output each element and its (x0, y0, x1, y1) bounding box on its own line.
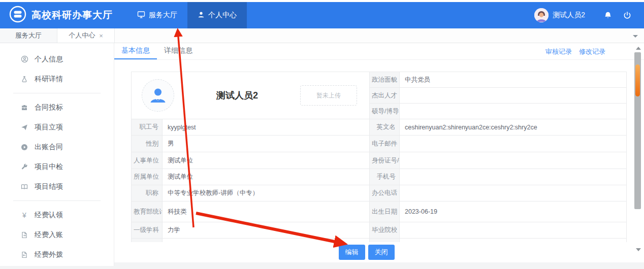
record-links: 审核记录 修改记录 (545, 43, 605, 60)
sidebar-divider (13, 93, 101, 93)
field-label: 政治面貌 (370, 72, 400, 88)
main-content: 基本信息 详细信息 审核记录 修改记录 (114, 43, 644, 269)
user-icon (198, 11, 205, 20)
field-label: 电子邮件 (370, 136, 400, 152)
bell-icon[interactable] (598, 11, 618, 20)
field-value: ceshirenyuan2:shirenyuan2ce:ceshry2:shry… (400, 119, 627, 136)
field-value (400, 169, 627, 185)
field-label: 硕导/博导 (370, 104, 400, 119)
user-menu[interactable]: 测试人员2 (534, 8, 585, 22)
inner-scrollbar-thumb[interactable] (635, 64, 640, 96)
field-label: 办公电话 (370, 185, 400, 201)
window-tab-label: 个人中心 (69, 31, 95, 40)
field-value: 科技类 (163, 201, 370, 222)
sidebar-item-project-completion[interactable]: 项目结项 (0, 177, 114, 196)
brand: 高校科研办事大厅 (0, 6, 113, 25)
field-label: 一级学科 (132, 222, 163, 239)
audit-record-link[interactable]: 审核记录 (545, 47, 572, 56)
field-value (400, 104, 627, 119)
sidebar-item-contract-bidding[interactable]: 合同投标 (0, 97, 114, 117)
sidebar-item-label: 出账合同 (35, 143, 63, 152)
user-name: 测试人员2 (553, 11, 585, 20)
sidebar-item-label: 项目立项 (35, 123, 63, 132)
field-value: 2023-06-19 (400, 201, 627, 222)
footer-strip-full (0, 266, 644, 269)
scrollbar-up-arrow-icon[interactable] (636, 47, 641, 50)
wrench-icon (20, 163, 28, 171)
profile-name: 测试人员2 (174, 89, 300, 102)
sidebar-item-research-detail[interactable]: 科研详情 (0, 69, 114, 89)
nav-item-label: 个人中心 (208, 11, 237, 20)
sidebar-item-label: 合同投标 (35, 103, 63, 112)
profile-avatar (142, 79, 174, 112)
field-value: 测试单位 (163, 169, 370, 185)
field-value: 博士 (163, 239, 370, 243)
nav-item-service-hall[interactable]: 服务大厅 (127, 2, 187, 28)
flask-icon (20, 76, 28, 83)
scrollbar-down-arrow-icon[interactable] (636, 248, 641, 251)
monitor-icon (137, 11, 145, 20)
sidebar-item-funds-income[interactable]: 经费入账 (0, 225, 114, 245)
field-label: 身份证号/护照号 (370, 152, 400, 169)
field-value: 力学 (163, 222, 370, 239)
field-value (400, 88, 627, 104)
field-value (400, 152, 627, 169)
window-tab-service-hall[interactable]: 服务大厅 (0, 28, 57, 43)
profile-table: 测试人员2 暂未上传 政治面貌 中共党员 杰出人才 硕导/博导 (131, 72, 627, 242)
field-label: 出生日期 (370, 201, 400, 222)
field-label: 所属单位 (132, 169, 163, 185)
field-value: 测试单位 (163, 152, 370, 169)
action-button-bar: 编辑 关闭 (114, 242, 634, 262)
form-scroll-viewport[interactable]: 测试人员2 暂未上传 政治面貌 中共党员 杰出人才 硕导/博导 (114, 60, 634, 242)
sidebar-item-label: 项目中检 (35, 162, 63, 172)
avatar (534, 8, 549, 22)
close-button[interactable]: 关闭 (368, 245, 395, 260)
app-logo-icon (9, 6, 26, 25)
window-tab-personal-center[interactable]: 个人中心 × (57, 28, 115, 43)
tab-basic-info[interactable]: 基本信息 (114, 43, 157, 59)
app-root: 高校科研办事大厅 服务大厅 个人中心 测试人员2 (0, 0, 644, 269)
field-label: 职称 (132, 185, 163, 201)
open-book-icon (20, 183, 28, 190)
window-tab-label: 服务大厅 (15, 31, 42, 40)
nav-item-personal-center[interactable]: 个人中心 (187, 2, 247, 28)
sidebar-item-funds-claim[interactable]: ¥ 经费认领 (0, 205, 114, 225)
sidebar-item-funds-outward[interactable]: 经费外拨 (0, 245, 114, 264)
sidebar-item-personal-info[interactable]: 个人信息 (0, 49, 114, 69)
field-value: 中等专业学校教师-讲师（中专） (163, 185, 370, 201)
signature-upload-placeholder[interactable]: 暂未上传 (300, 85, 357, 106)
sidebar-item-label: 项目结项 (35, 182, 63, 191)
field-value: 男 (163, 136, 370, 152)
field-value (400, 185, 627, 201)
edit-button[interactable]: 编辑 (339, 245, 365, 260)
sidebar-item-project-initiation[interactable]: 项目立项 (0, 117, 114, 137)
briefcase-icon (20, 104, 28, 111)
sidebar-item-label: 经费外拨 (35, 250, 63, 259)
app-title: 高校科研办事大厅 (31, 9, 113, 22)
field-value (400, 222, 627, 239)
field-label: 英文名 (370, 119, 400, 136)
field-value: kyyplgtest (163, 119, 370, 136)
field-label: 毕业院校 (370, 222, 400, 239)
sidebar-item-outgoing-contract[interactable]: 出账合同 (0, 137, 114, 157)
field-label: 性别 (132, 136, 163, 152)
sidebar: 个人信息 科研详情 合同投标 项目立项 出账合同 项目中检 项目结项 ¥ (0, 43, 114, 266)
logout-power-icon[interactable] (618, 11, 637, 20)
content-tabbar: 基本信息 详细信息 审核记录 修改记录 (114, 43, 644, 60)
field-label: 手机号 (370, 169, 400, 185)
sidebar-item-label: 个人信息 (35, 55, 63, 64)
paper-plane-icon (20, 124, 28, 131)
modify-record-link[interactable]: 修改记录 (579, 47, 605, 56)
sidebar-divider (13, 200, 101, 201)
tab-label: 基本信息 (121, 46, 150, 55)
field-label: 杰出人才 (370, 88, 400, 104)
tab-list-dropdown-icon[interactable] (633, 35, 638, 38)
field-value: 测试 (400, 239, 627, 243)
field-value (400, 136, 627, 152)
file-import-icon (20, 231, 28, 239)
sidebar-item-project-midterm-check[interactable]: 项目中检 (0, 157, 114, 177)
profile-card: 测试人员2 暂未上传 政治面貌 中共党员 杰出人才 硕导/博导 (131, 72, 626, 242)
tab-detail-info[interactable]: 详细信息 (157, 43, 200, 59)
profile-header-cell: 测试人员2 暂未上传 (132, 72, 370, 119)
close-tab-icon[interactable]: × (99, 32, 103, 40)
